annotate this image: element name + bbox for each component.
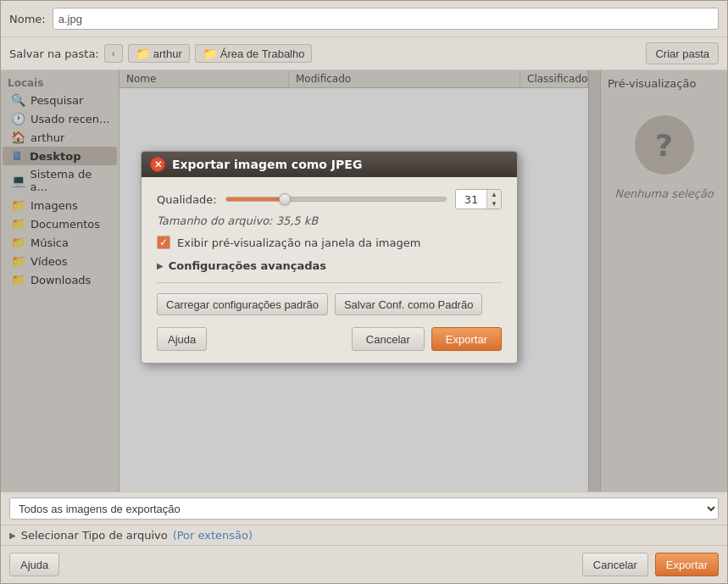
spinbox-buttons: ▲ ▼ bbox=[486, 190, 501, 209]
modal-titlebar: ✕ Exportar imagem como JPEG bbox=[142, 152, 517, 177]
bottom-bar: Todos as imagens de exportação bbox=[1, 492, 727, 525]
folder-icon: 📁 bbox=[136, 47, 150, 60]
expand-icon: ▶ bbox=[157, 261, 164, 270]
modal-close-button[interactable]: ✕ bbox=[150, 157, 165, 172]
load-defaults-button[interactable]: Carregar configurações padrão bbox=[157, 293, 328, 315]
modal-actions: Ajuda Cancelar Exportar bbox=[157, 327, 502, 351]
advanced-label: Configurações avançadas bbox=[169, 259, 326, 272]
cancel-button[interactable]: Cancelar bbox=[582, 553, 648, 576]
action-row: Ajuda Cancelar Exportar bbox=[1, 545, 727, 583]
spinbox-up-button[interactable]: ▲ bbox=[487, 190, 501, 199]
content-area: Locais 🔍 Pesquisar 🕐 Usado recen... 🏠 ar… bbox=[1, 70, 727, 492]
slider-thumb[interactable] bbox=[279, 193, 291, 205]
create-folder-button[interactable]: Criar pasta bbox=[646, 42, 719, 64]
modal-help-button[interactable]: Ajuda bbox=[157, 327, 207, 351]
slider-track bbox=[225, 197, 447, 202]
preview-checkbox-row: ✓ Exibir pré-visualização na janela da i… bbox=[157, 236, 502, 249]
filesize-text: Tamanho do arquivo: 35,5 kB bbox=[157, 214, 502, 227]
back-button[interactable]: ‹ bbox=[104, 44, 123, 63]
breadcrumb-desktop[interactable]: 📁 Área de Trabalho bbox=[195, 44, 313, 63]
modal-cancel-button[interactable]: Cancelar bbox=[352, 327, 425, 351]
quality-slider-container bbox=[225, 197, 447, 202]
help-button[interactable]: Ajuda bbox=[9, 553, 59, 576]
modal-title: Exportar imagem como JPEG bbox=[172, 158, 362, 171]
quality-row: Qualidade: 31 ▲ ▼ bbox=[157, 189, 502, 209]
breadcrumb-arthur[interactable]: 📁 arthur bbox=[128, 44, 190, 63]
quality-label: Qualidade: bbox=[157, 193, 217, 206]
filename-label: Nome: bbox=[9, 13, 46, 25]
filename-bar: Nome: bbox=[1, 1, 727, 37]
modal-dialog: ✕ Exportar imagem como JPEG Qualidade: 3… bbox=[141, 151, 518, 364]
modal-separator bbox=[157, 282, 502, 283]
filename-input[interactable] bbox=[53, 8, 719, 30]
folder-icon-2: 📁 bbox=[203, 47, 217, 60]
main-dialog: Nome: Salvar na pasta: ‹ 📁 arthur 📁 Área… bbox=[0, 0, 728, 584]
save-defaults-button[interactable]: Salvar Conf. como Padrão bbox=[335, 293, 482, 315]
config-buttons-row: Carregar configurações padrão Salvar Con… bbox=[157, 293, 502, 315]
quality-value: 31 bbox=[456, 192, 486, 208]
file-type-select[interactable]: Todos as imagens de exportação bbox=[9, 498, 719, 520]
export-button[interactable]: Exportar bbox=[655, 553, 719, 576]
spinbox-down-button[interactable]: ▼ bbox=[487, 199, 501, 209]
modal-body: Qualidade: 31 ▲ ▼ Tama bbox=[142, 177, 517, 363]
file-type-row[interactable]: ▶ Selecionar Tipo de arquivo (Por extens… bbox=[1, 525, 727, 545]
file-type-expand-icon: ▶ bbox=[9, 531, 16, 540]
file-type-hint: (Por extensão) bbox=[173, 529, 253, 542]
preview-checkbox-label: Exibir pré-visualização na janela da ima… bbox=[177, 236, 420, 249]
folder-bar: Salvar na pasta: ‹ 📁 arthur 📁 Área de Tr… bbox=[1, 37, 727, 70]
modal-export-button[interactable]: Exportar bbox=[431, 327, 502, 351]
advanced-row[interactable]: ▶ Configurações avançadas bbox=[157, 259, 502, 272]
quality-spinbox: 31 ▲ ▼ bbox=[455, 189, 502, 209]
file-type-row-text: Selecionar Tipo de arquivo bbox=[21, 529, 168, 542]
preview-checkbox[interactable]: ✓ bbox=[157, 236, 170, 249]
folder-label: Salvar na pasta: bbox=[9, 47, 99, 60]
